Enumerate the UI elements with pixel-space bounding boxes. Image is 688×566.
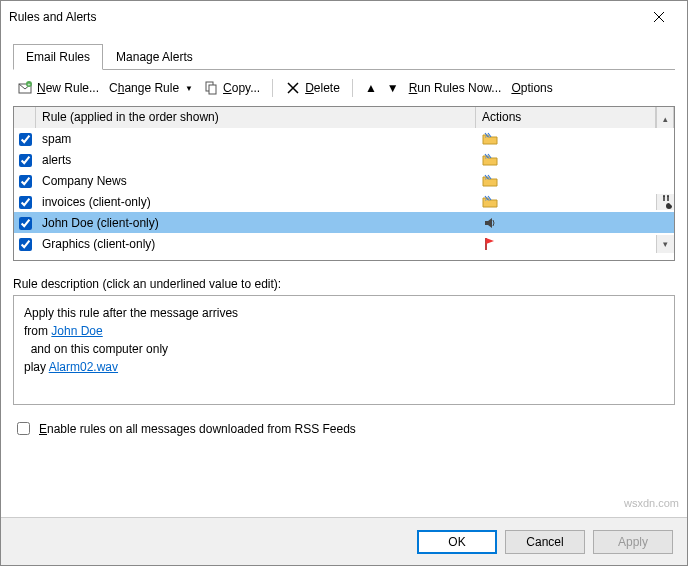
table-row[interactable]: John Doe (client-only) [14, 212, 674, 233]
desc-line-1: Apply this rule after the message arrive… [24, 304, 664, 322]
dropdown-icon: ▼ [185, 84, 193, 93]
table-row[interactable]: Graphics (client-only)▾ [14, 233, 674, 254]
dialog-footer: OK Cancel Apply [1, 517, 687, 565]
table-row[interactable]: Company News [14, 170, 674, 191]
col-rule-header[interactable]: Rule (applied in the order shown) [36, 107, 476, 128]
row-extra-cell: ▾ [656, 235, 674, 253]
row-actions-cell [476, 235, 656, 253]
row-rule-label: John Doe (client-only) [36, 215, 476, 231]
move-up-button[interactable]: ▲ [363, 79, 379, 97]
flag-icon [482, 236, 498, 252]
scrollbar-down[interactable]: ▾ [663, 235, 668, 253]
move-down-button[interactable]: ▼ [385, 79, 401, 97]
copy-icon [203, 80, 219, 96]
row-rule-label: Company News [36, 173, 476, 189]
run-rules-now-button[interactable]: Run Rules Now... [407, 79, 504, 97]
svg-point-6 [667, 195, 669, 197]
desc-line-3: and on this computer only [24, 340, 664, 358]
copy-button[interactable]: Copy... [201, 78, 262, 98]
move-to-folder-icon [482, 152, 498, 168]
row-checkbox[interactable] [19, 154, 32, 167]
rss-checkbox-label: Enable rules on all messages downloaded … [39, 422, 356, 436]
row-checkbox-cell [14, 193, 36, 212]
close-button[interactable] [639, 3, 679, 31]
desc-play-link[interactable]: Alarm02.wav [49, 360, 118, 374]
row-actions-cell [476, 172, 656, 190]
scrollbar-up[interactable]: ▴ [656, 107, 674, 128]
row-checkbox[interactable] [19, 133, 32, 146]
row-checkbox-cell [14, 235, 36, 254]
row-checkbox-cell [14, 172, 36, 191]
dialog-title: Rules and Alerts [9, 10, 639, 24]
tab-email-rules[interactable]: Email Rules [13, 44, 103, 70]
delete-label: Delete [305, 81, 340, 95]
table-row[interactable]: spam [14, 128, 674, 149]
options-label: Options [511, 81, 552, 95]
apply-button[interactable]: Apply [593, 530, 673, 554]
rss-checkbox[interactable] [17, 422, 30, 435]
col-checkbox[interactable] [14, 107, 36, 128]
move-to-folder-icon [482, 173, 498, 189]
rules-grid: Rule (applied in the order shown) Action… [13, 106, 675, 261]
client-only-icon [658, 194, 674, 210]
new-rule-icon: + [17, 80, 33, 96]
row-rule-label: spam [36, 131, 476, 147]
desc-line-4: play Alarm02.wav [24, 358, 664, 376]
row-checkbox[interactable] [19, 238, 32, 251]
move-to-folder-icon [482, 131, 498, 147]
options-button[interactable]: Options [509, 79, 554, 97]
close-icon [653, 11, 665, 23]
row-checkbox-cell [14, 151, 36, 170]
change-rule-button[interactable]: Change Rule ▼ [107, 79, 195, 97]
change-rule-label: Change Rule [109, 81, 179, 95]
row-actions-cell [476, 193, 656, 211]
toolbar: + New Rule... Change Rule ▼ Copy... Dele [13, 70, 675, 106]
row-checkbox-cell [14, 130, 36, 149]
grid-header: Rule (applied in the order shown) Action… [14, 107, 674, 128]
rules-and-alerts-dialog: Rules and Alerts Email Rules Manage Aler… [0, 0, 688, 566]
tab-strip: Email Rules Manage Alerts [13, 43, 675, 70]
row-rule-label: invoices (client-only) [36, 194, 476, 210]
delete-icon [285, 80, 301, 96]
tab-manage-alerts[interactable]: Manage Alerts [103, 44, 206, 70]
row-checkbox-cell [14, 214, 36, 233]
toolbar-separator [352, 79, 353, 97]
svg-text:+: + [28, 81, 31, 87]
description-box: Apply this rule after the message arrive… [13, 295, 675, 405]
row-actions-cell [476, 151, 656, 169]
titlebar: Rules and Alerts [1, 1, 687, 33]
arrow-down-icon: ▼ [387, 81, 399, 95]
desc-from-link[interactable]: John Doe [51, 324, 102, 338]
svg-rect-4 [209, 85, 216, 94]
row-rule-label: Graphics (client-only) [36, 236, 476, 252]
row-actions-cell [476, 214, 656, 232]
row-actions-cell [476, 130, 656, 148]
toolbar-separator [272, 79, 273, 97]
svg-point-5 [663, 195, 665, 197]
row-extra-cell [656, 194, 674, 210]
delete-button[interactable]: Delete [283, 78, 342, 98]
table-row[interactable]: alerts [14, 149, 674, 170]
rss-checkbox-row: Enable rules on all messages downloaded … [13, 419, 675, 438]
ok-button[interactable]: OK [417, 530, 497, 554]
move-to-folder-icon [482, 194, 498, 210]
row-checkbox[interactable] [19, 217, 32, 230]
run-rules-now-label: Run Rules Now... [409, 81, 502, 95]
dialog-content: Email Rules Manage Alerts + New Rule... … [1, 33, 687, 517]
table-row[interactable]: invoices (client-only) [14, 191, 674, 212]
row-checkbox[interactable] [19, 175, 32, 188]
grid-body: spamalertsCompany Newsinvoices (client-o… [14, 128, 674, 260]
new-rule-label: New Rule... [37, 81, 99, 95]
cancel-button[interactable]: Cancel [505, 530, 585, 554]
new-rule-button[interactable]: + New Rule... [15, 78, 101, 98]
row-checkbox[interactable] [19, 196, 32, 209]
arrow-up-icon: ▲ [365, 81, 377, 95]
desc-line-2: from John Doe [24, 322, 664, 340]
description-label: Rule description (click an underlined va… [13, 277, 675, 291]
col-actions-header[interactable]: Actions [476, 107, 656, 128]
copy-label: Copy... [223, 81, 260, 95]
play-sound-icon [482, 215, 498, 231]
row-rule-label: alerts [36, 152, 476, 168]
